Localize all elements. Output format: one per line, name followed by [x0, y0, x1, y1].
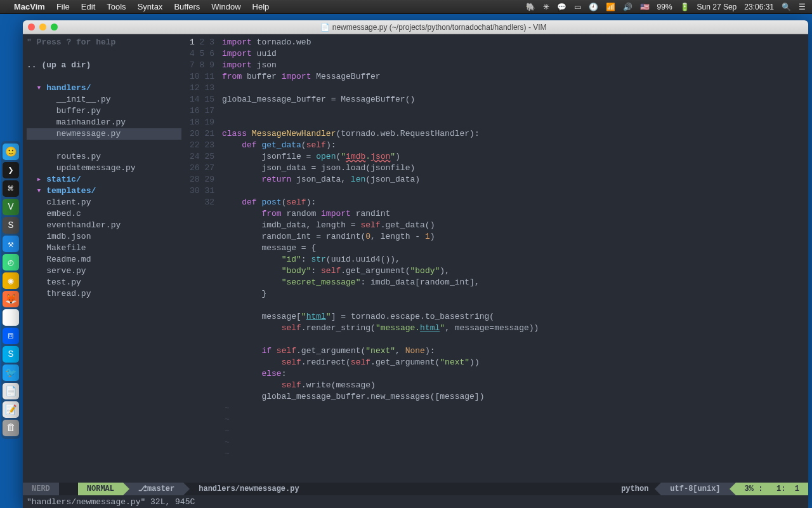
menu-tools[interactable]: Tools: [107, 2, 126, 11]
dock-terminal[interactable]: ❯: [3, 162, 19, 178]
wifi-icon[interactable]: 📶: [606, 3, 615, 11]
dock: 🙂❯⌘VS⚒◴◉🦊#⧈S🐦📄📝🗑: [1, 141, 20, 439]
zoom-button[interactable]: [51, 23, 58, 30]
spotlight-icon[interactable]: 🔍: [782, 3, 791, 11]
code-area[interactable]: import tornado.web import uuid import js…: [219, 34, 808, 483]
file-icon: 📄: [320, 23, 330, 32]
close-button[interactable]: [28, 23, 35, 30]
dock-dropbox[interactable]: ⧈: [3, 328, 19, 344]
status-filetype: python: [615, 483, 655, 495]
macos-menubar: MacVim File Edit Tools Syntax Buffers Wi…: [0, 0, 812, 14]
minimize-button[interactable]: [39, 23, 46, 30]
dock-trash[interactable]: 🗑: [3, 420, 19, 436]
dock-sublime[interactable]: S: [3, 217, 19, 234]
status-nerd: NERD: [23, 483, 59, 495]
dock-textedit[interactable]: 📄: [3, 383, 19, 399]
command-line[interactable]: "handlers/newmessage.py" 32L, 945C: [23, 495, 808, 508]
evernote-icon[interactable]: 🐘: [526, 3, 535, 11]
dock-android[interactable]: ◴: [3, 254, 19, 271]
line-gutter: 1 2 3 4 5 6 7 8 9 10 11 12 13 14 15 16 1…: [185, 34, 219, 483]
status-mode: NORMAL: [78, 483, 123, 495]
dock-twitter[interactable]: 🐦: [3, 364, 19, 381]
time-text[interactable]: 23:06:31: [744, 3, 774, 11]
dock-iterm[interactable]: ⌘: [3, 180, 19, 197]
desktop: 🙂❯⌘VS⚒◴◉🦊#⧈S🐦📄📝🗑 📄 newmessage.py (~/proj…: [0, 14, 812, 508]
statusline: NERD NORMAL ⎇ master handlers/newmessage…: [23, 483, 808, 495]
volume-icon[interactable]: 🔊: [623, 3, 632, 11]
menu-syntax[interactable]: Syntax: [138, 2, 163, 11]
dock-chrome[interactable]: ◉: [3, 272, 19, 289]
sync-icon[interactable]: ✳︎: [543, 3, 549, 11]
battery-icon[interactable]: 🔋: [680, 3, 690, 11]
status-position: 3% : 1: 1: [736, 483, 808, 495]
status-path: handlers/newmessage.py: [190, 483, 615, 495]
status-encoding: utf-8[unix]: [661, 483, 729, 495]
menu-window[interactable]: Window: [211, 2, 240, 11]
window-titlebar[interactable]: 📄 newmessage.py (~/projects/python/torna…: [23, 20, 808, 34]
timemachine-icon[interactable]: 🕘: [589, 3, 598, 11]
battery-percent[interactable]: 99%: [657, 3, 672, 11]
dock-finder[interactable]: 🙂: [3, 144, 19, 160]
dock-skype[interactable]: S: [3, 346, 19, 363]
dock-firefox[interactable]: 🦊: [3, 291, 19, 307]
dock-macvim[interactable]: V: [3, 199, 19, 215]
messages-icon[interactable]: 💬: [557, 3, 566, 11]
editor-pane[interactable]: 1 2 3 4 5 6 7 8 9 10 11 12 13 14 15 16 1…: [185, 34, 808, 483]
dock-xcode[interactable]: ⚒: [3, 236, 19, 252]
menu-file[interactable]: File: [56, 2, 70, 11]
dock-slack[interactable]: #: [3, 309, 19, 326]
macvim-window: 📄 newmessage.py (~/projects/python/torna…: [23, 20, 808, 508]
app-name[interactable]: MacVim: [14, 2, 45, 11]
flag-icon[interactable]: 🇺🇸: [640, 3, 650, 11]
dock-notes[interactable]: 📝: [3, 401, 19, 418]
nerdtree[interactable]: " Press ? for help .. (up a dir) ▾ handl…: [23, 34, 185, 483]
date-text[interactable]: Sun 27 Sep: [697, 3, 737, 11]
display-icon[interactable]: ▭: [574, 3, 581, 11]
window-title: 📄 newmessage.py (~/projects/python/torna…: [64, 23, 803, 32]
menu-edit[interactable]: Edit: [81, 2, 95, 11]
menu-buffers[interactable]: Buffers: [174, 2, 200, 11]
status-branch: ⎇ master: [129, 483, 183, 495]
menu-help[interactable]: Help: [252, 2, 270, 11]
menu-icon[interactable]: ☰: [799, 3, 806, 11]
